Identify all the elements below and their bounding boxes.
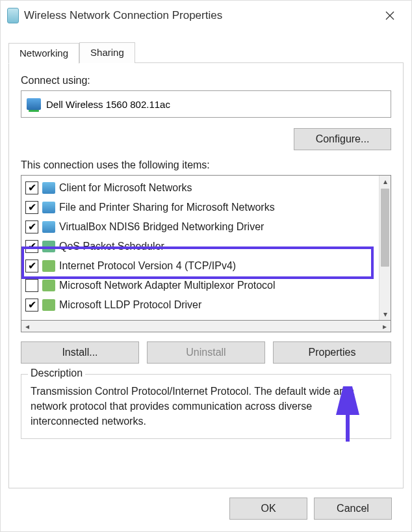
titlebar: Wireless Network Connection Properties xyxy=(1,1,411,31)
description-text: Transmission Control Protocol/Internet P… xyxy=(31,384,381,429)
list-item[interactable]: ✔Microsoft LLDP Protocol Driver xyxy=(25,295,375,315)
component-icon xyxy=(42,299,55,311)
component-icon xyxy=(42,241,55,252)
uninstall-button: Uninstall xyxy=(147,341,265,364)
items-label: This connection uses the following items… xyxy=(21,159,391,171)
horizontal-scrollbar[interactable]: ◂ ▸ xyxy=(21,321,391,332)
items-section: This connection uses the following items… xyxy=(21,159,391,332)
checkbox[interactable] xyxy=(25,279,38,292)
properties-button[interactable]: Properties xyxy=(273,341,391,364)
description-legend: Description xyxy=(28,367,85,379)
checkbox[interactable]: ✔ xyxy=(25,201,38,214)
tab-panel-networking: Connect using: Dell Wireless 1560 802.11… xyxy=(8,62,404,488)
ok-button[interactable]: OK xyxy=(229,498,307,520)
checkbox[interactable]: ✔ xyxy=(25,299,38,312)
item-label: File and Printer Sharing for Microsoft N… xyxy=(59,202,275,213)
item-label: QoS Packet Scheduler xyxy=(59,241,164,252)
network-adapter-icon xyxy=(27,98,41,110)
checkbox[interactable]: ✔ xyxy=(25,240,38,253)
tab-label: Sharing xyxy=(90,47,124,58)
list-item[interactable]: ✔QoS Packet Scheduler xyxy=(25,237,375,256)
scroll-up-icon[interactable]: ▴ xyxy=(380,176,391,187)
tab-sharing[interactable]: Sharing xyxy=(79,42,135,63)
properties-dialog: Wireless Network Connection Properties N… xyxy=(0,0,412,532)
component-icon xyxy=(42,260,55,272)
adapter-field[interactable]: Dell Wireless 1560 802.11ac xyxy=(21,90,391,118)
scroll-down-icon[interactable]: ▾ xyxy=(380,308,391,320)
scroll-thumb[interactable] xyxy=(381,189,389,267)
items-list: ✔Client for Microsoft Networks✔File and … xyxy=(21,176,379,320)
component-icon xyxy=(42,221,55,233)
checkbox[interactable]: ✔ xyxy=(25,259,38,273)
configure-row: Configure... xyxy=(21,128,391,150)
list-item[interactable]: ✔VirtualBox NDIS6 Bridged Networking Dri… xyxy=(25,217,375,237)
list-item[interactable]: ✔File and Printer Sharing for Microsoft … xyxy=(25,198,375,217)
item-label: Microsoft Network Adapter Multiplexor Pr… xyxy=(59,280,276,291)
list-item[interactable]: ✔Client for Microsoft Networks xyxy=(25,178,375,198)
dialog-body: Networking Sharing Connect using: Dell W… xyxy=(1,31,411,531)
list-item[interactable]: ✔Internet Protocol Version 4 (TCP/IPv4) xyxy=(25,256,375,276)
connect-using-label: Connect using: xyxy=(21,75,391,86)
tab-label: Networking xyxy=(19,47,68,59)
items-listbox[interactable]: ✔Client for Microsoft Networks✔File and … xyxy=(21,175,391,321)
item-label: Internet Protocol Version 4 (TCP/IPv4) xyxy=(59,260,236,272)
tab-strip: Networking Sharing xyxy=(8,42,404,63)
item-label: VirtualBox NDIS6 Bridged Networking Driv… xyxy=(59,221,264,233)
close-icon xyxy=(385,11,394,20)
component-icon xyxy=(42,182,55,194)
item-buttons-row: Install... Uninstall Properties xyxy=(21,341,391,364)
checkbox[interactable]: ✔ xyxy=(25,220,38,233)
dialog-buttons: OK Cancel xyxy=(8,488,404,531)
wireless-icon xyxy=(7,8,19,23)
item-label: Microsoft LLDP Protocol Driver xyxy=(59,299,201,311)
checkbox[interactable]: ✔ xyxy=(25,181,38,194)
adapter-name: Dell Wireless 1560 802.11ac xyxy=(46,99,170,110)
cancel-button[interactable]: Cancel xyxy=(314,498,392,520)
window-title: Wireless Network Connection Properties xyxy=(24,9,370,22)
component-icon xyxy=(42,202,55,213)
install-button[interactable]: Install... xyxy=(21,341,139,364)
description-group: Description Transmission Control Protoco… xyxy=(21,374,391,439)
vertical-scrollbar[interactable]: ▴ ▾ xyxy=(379,176,391,320)
configure-button[interactable]: Configure... xyxy=(294,128,391,150)
list-item[interactable]: Microsoft Network Adapter Multiplexor Pr… xyxy=(25,276,375,295)
scroll-right-icon[interactable]: ▸ xyxy=(379,321,391,332)
item-label: Client for Microsoft Networks xyxy=(59,182,192,194)
scroll-left-icon[interactable]: ◂ xyxy=(21,321,33,332)
component-icon xyxy=(42,280,55,291)
tab-networking[interactable]: Networking xyxy=(8,43,79,64)
close-button[interactable] xyxy=(375,1,405,31)
